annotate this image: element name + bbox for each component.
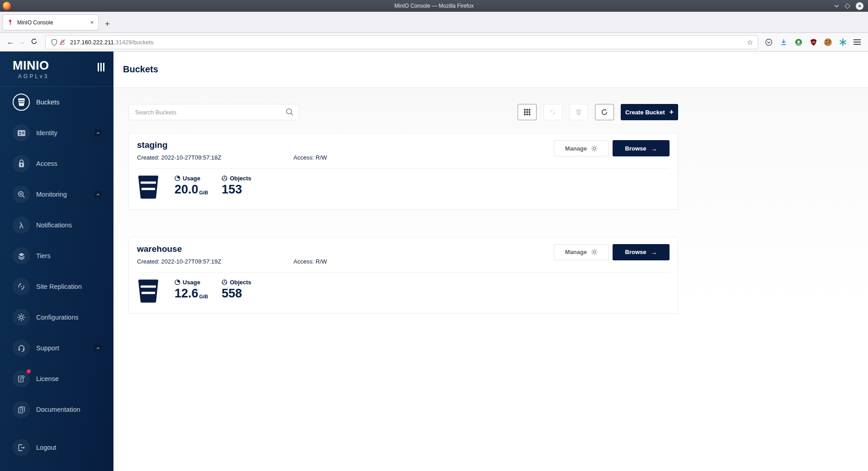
browse-button[interactable]: Browse → (613, 140, 670, 156)
usage-unit: GiB (199, 190, 208, 195)
minimize-icon[interactable] (834, 5, 839, 8)
ublock-icon[interactable]: uO (809, 38, 817, 46)
id-card-icon (13, 124, 30, 141)
menu-hamburger-icon[interactable] (854, 38, 861, 46)
objects-stat: Objects 558 (222, 279, 251, 300)
sidebar-item-label: Buckets (36, 99, 60, 106)
cookie-icon[interactable] (824, 38, 832, 46)
create-bucket-button[interactable]: Create Bucket + (621, 104, 678, 120)
sidebar-item-notifications[interactable]: λ Notifications (0, 210, 113, 240)
url-host: 217.160.222.211 (70, 39, 114, 46)
sidebar-item-label: Identity (36, 129, 57, 137)
license-icon (13, 370, 30, 387)
sidebar-item-logout[interactable]: Logout (0, 432, 113, 463)
sidebar-item-license[interactable]: License (0, 363, 113, 394)
sidebar-item-buckets[interactable]: Buckets (0, 87, 113, 118)
chevron-up-icon[interactable] (94, 191, 102, 198)
main-content: Buckets Create Bucket + (113, 52, 868, 471)
browser-tab[interactable]: MinIO Console × (3, 14, 99, 30)
usage-pie-icon (175, 175, 180, 181)
monitor-search-icon (13, 186, 30, 203)
bookmark-star-icon[interactable]: ☆ (747, 38, 753, 47)
insecure-lock-icon[interactable] (58, 38, 66, 46)
browse-button[interactable]: Browse → (613, 244, 670, 260)
maximize-icon[interactable] (844, 3, 850, 9)
sidebar-item-configurations[interactable]: Configurations (0, 302, 113, 333)
search-icon (286, 108, 294, 118)
url-bar[interactable]: 217.160.222.211:31429/buckets ☆ (45, 35, 758, 49)
objects-count: 558 (222, 287, 242, 300)
sidebar-item-documentation[interactable]: Documentation (0, 394, 113, 425)
bucket-icon (13, 94, 30, 111)
sidebar-item-label: Site Replication (36, 283, 82, 290)
sidebar-item-identity[interactable]: Identity (0, 118, 113, 148)
sidebar-item-site-replication[interactable]: Site Replication (0, 271, 113, 302)
sidebar-item-support[interactable]: Support (0, 333, 113, 363)
tab-bar: MinIO Console × + (0, 12, 868, 33)
close-tab-icon[interactable]: × (89, 19, 94, 26)
addon-green-icon[interactable] (794, 38, 802, 46)
sidebar-item-label: Monitoring (36, 191, 67, 198)
objects-icon (222, 175, 227, 181)
create-bucket-label: Create Bucket (625, 109, 665, 116)
manage-button[interactable]: Manage (554, 140, 609, 156)
headset-icon (13, 339, 30, 357)
chevron-up-icon[interactable] (94, 129, 102, 137)
delete-buckets-button-disabled[interactable] (569, 104, 588, 120)
back-button[interactable]: ← (5, 38, 16, 46)
bucket-access: Access: R/W (293, 258, 327, 265)
bucket-name[interactable]: staging (137, 140, 327, 151)
window-title: MinIO Console — Mozilla Firefox (0, 3, 868, 9)
card-divider (137, 272, 670, 273)
window-titlebar: MinIO Console — Mozilla Firefox × (0, 0, 868, 12)
new-tab-button[interactable]: + (105, 19, 110, 28)
sidebar-item-label: Logout (36, 444, 56, 451)
minio-logo: MINIO (13, 60, 49, 72)
url-path: :31429/buckets (114, 39, 154, 46)
usage-stat: Usage 20.0 GiB (175, 175, 208, 196)
sidebar-item-label: Configurations (36, 314, 79, 321)
objects-stat: Objects 153 (222, 175, 251, 196)
sidebar-item-label: Support (36, 344, 59, 352)
url-text[interactable]: 217.160.222.211:31429/buckets (70, 39, 747, 46)
forward-button[interactable]: → (16, 38, 28, 46)
gear-icon (591, 249, 598, 255)
usage-value: 20.0 (175, 184, 198, 196)
sidebar-item-tiers[interactable]: Tiers (0, 240, 113, 271)
gear-icon (13, 309, 30, 326)
bucket-icon (137, 279, 160, 303)
objects-icon (222, 279, 227, 285)
pocket-icon[interactable] (764, 38, 773, 46)
shield-icon[interactable] (50, 38, 58, 46)
objects-count: 153 (222, 184, 242, 196)
close-window-icon[interactable]: × (856, 2, 863, 10)
grid-view-button[interactable] (518, 104, 537, 120)
bucket-name[interactable]: warehouse (137, 244, 327, 254)
downloads-icon[interactable] (779, 38, 788, 46)
sidebar-item-access[interactable]: Access (0, 148, 113, 179)
addon-asterisk-icon[interactable] (839, 38, 847, 46)
documents-icon (13, 401, 30, 418)
sidebar-item-label: License (36, 375, 59, 382)
reload-button[interactable] (28, 38, 40, 47)
sidebar-collapse-icon[interactable] (98, 63, 104, 71)
usage-pie-icon (175, 279, 180, 285)
set-replication-button-disabled[interactable] (543, 104, 562, 120)
minio-license-tag: AGPLv3 (13, 73, 49, 80)
sidebar-item-label: Access (36, 160, 57, 167)
lambda-icon: λ (13, 217, 30, 234)
search-input[interactable] (128, 104, 299, 120)
chevron-up-icon[interactable] (94, 344, 102, 352)
gear-icon (591, 145, 598, 152)
arrow-right-icon: → (650, 249, 657, 255)
bucket-access: Access: R/W (293, 154, 327, 161)
tab-title: MinIO Console (17, 19, 89, 26)
manage-button[interactable]: Manage (554, 244, 609, 260)
logout-icon (13, 439, 30, 456)
bucket-created: Created: 2022-10-27T09:57:19Z (137, 258, 293, 265)
arrow-right-icon: → (650, 145, 657, 152)
usage-stat: Usage 12.6 GiB (175, 279, 208, 300)
sidebar-item-monitoring[interactable]: Monitoring (0, 179, 113, 210)
refresh-button[interactable] (595, 104, 614, 120)
license-alert-badge (27, 369, 31, 373)
